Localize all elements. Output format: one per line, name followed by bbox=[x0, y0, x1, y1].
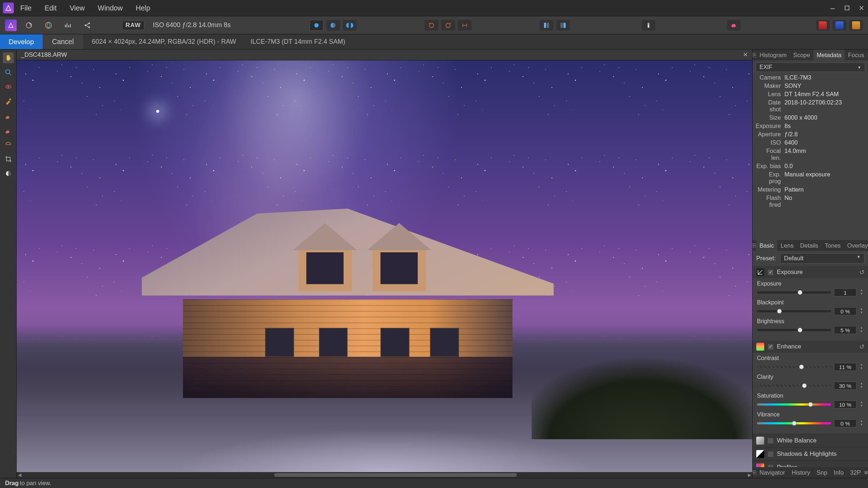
reset-icon[interactable]: ↺ bbox=[859, 269, 864, 276]
levels-icon[interactable] bbox=[61, 21, 75, 29]
tab-navigator[interactable]: Navigator bbox=[756, 467, 788, 478]
reset-icon[interactable]: ↺ bbox=[859, 343, 864, 351]
minimize-icon[interactable] bbox=[829, 4, 836, 12]
split-view-icon[interactable] bbox=[326, 20, 340, 31]
pin-icon[interactable]: ⎘ bbox=[753, 240, 756, 251]
zoom-tool-icon[interactable] bbox=[3, 67, 14, 78]
info-icon[interactable] bbox=[642, 20, 655, 31]
clip-shadows-icon[interactable] bbox=[540, 20, 553, 31]
exposure-spinner[interactable]: ▲▼ bbox=[859, 289, 864, 296]
pin-icon[interactable]: ⎘ bbox=[753, 467, 756, 478]
section-exposure-header[interactable]: ✓ Exposure ↺ bbox=[753, 266, 868, 278]
brightness-value[interactable]: 5 % bbox=[834, 326, 856, 334]
overlay-paint-tool-icon[interactable] bbox=[3, 110, 14, 121]
tab-overlays[interactable]: Overlays bbox=[844, 240, 868, 251]
persona-develop-icon[interactable] bbox=[849, 20, 863, 31]
metadata-key: Metering bbox=[756, 186, 781, 193]
section-enhance-header[interactable]: ✓ Enhance ↺ bbox=[753, 341, 868, 353]
panel-menu-icon[interactable]: ≡ bbox=[864, 467, 868, 478]
tab-history[interactable]: History bbox=[788, 467, 813, 478]
sync-icon[interactable] bbox=[22, 21, 36, 29]
tab-32p[interactable]: 32P bbox=[847, 467, 864, 478]
canvas-viewport[interactable] bbox=[17, 60, 752, 472]
close-icon[interactable] bbox=[858, 4, 865, 12]
brightness-spinner[interactable]: ▲▼ bbox=[859, 326, 864, 334]
section-whitebalance-header[interactable]: White Balance bbox=[753, 434, 868, 447]
cancel-button[interactable]: Cancel bbox=[43, 34, 83, 49]
crop-tool-icon[interactable] bbox=[3, 154, 14, 164]
overlay-erase-tool-icon[interactable] bbox=[3, 125, 14, 136]
saturation-slider[interactable] bbox=[757, 403, 831, 406]
vibrance-spinner[interactable]: ▲▼ bbox=[859, 420, 864, 427]
menu-view[interactable]: View bbox=[70, 4, 85, 12]
blackpoint-spinner[interactable]: ▲▼ bbox=[859, 308, 864, 315]
brightness-slider[interactable] bbox=[757, 329, 831, 331]
preset-dropdown[interactable]: Default ▼ bbox=[780, 253, 864, 264]
tab-histogram[interactable]: Histogram bbox=[756, 50, 790, 60]
document-tab[interactable]: _DSC4188.ARW ✕ bbox=[17, 50, 752, 60]
whitebalance-tool-icon[interactable] bbox=[3, 168, 14, 179]
saturation-value[interactable]: 10 % bbox=[834, 401, 856, 408]
tab-lens[interactable]: Lens bbox=[777, 240, 797, 251]
flip-icon[interactable] bbox=[458, 20, 472, 31]
blackpoint-slider[interactable] bbox=[757, 310, 831, 312]
blemish-tool-icon[interactable] bbox=[3, 96, 14, 107]
mirror-view-icon[interactable] bbox=[343, 20, 357, 31]
tab-scope[interactable]: Scope bbox=[790, 50, 813, 60]
contrast-spinner[interactable]: ▲▼ bbox=[859, 363, 864, 371]
single-view-icon[interactable] bbox=[310, 20, 323, 31]
hand-tool-icon[interactable] bbox=[3, 52, 14, 63]
redeye-tool-icon[interactable] bbox=[3, 81, 14, 92]
maximize-icon[interactable] bbox=[843, 4, 851, 12]
metadata-key: Lens bbox=[756, 91, 781, 98]
aperture-icon[interactable] bbox=[41, 21, 56, 29]
section-shadows-header[interactable]: Shadows & Highlights bbox=[753, 447, 868, 461]
section-enhance-title: Enhance bbox=[777, 343, 801, 350]
tab-metadata[interactable]: Metadata bbox=[813, 50, 845, 60]
menu-edit[interactable]: Edit bbox=[44, 4, 56, 12]
menu-window[interactable]: Window bbox=[98, 4, 123, 12]
tab-snp[interactable]: Snp bbox=[813, 467, 830, 478]
persona-liquify-icon[interactable] bbox=[833, 20, 846, 31]
metadata-type-dropdown[interactable]: EXIF ▼ bbox=[756, 63, 865, 72]
contrast-value[interactable]: 11 % bbox=[834, 363, 856, 371]
clarity-label: Clarity bbox=[757, 374, 864, 380]
menu-file[interactable]: File bbox=[20, 4, 31, 12]
shadows-checkbox[interactable] bbox=[768, 451, 773, 457]
tab-focus[interactable]: Focus bbox=[845, 50, 868, 60]
tab-info[interactable]: Info bbox=[830, 467, 847, 478]
rotate-ccw-icon[interactable] bbox=[425, 20, 438, 31]
scrollbar-thumb[interactable] bbox=[274, 473, 517, 477]
develop-button[interactable]: Develop bbox=[0, 34, 43, 49]
tab-tones[interactable]: Tones bbox=[822, 240, 844, 251]
horizontal-scrollbar[interactable]: ◀ ▶ bbox=[17, 472, 752, 478]
pin-icon[interactable]: ⎘ bbox=[753, 50, 756, 60]
scroll-left-icon[interactable]: ◀ bbox=[17, 472, 22, 478]
vibrance-slider[interactable] bbox=[757, 422, 831, 424]
blackpoint-value[interactable]: 0 % bbox=[834, 307, 856, 315]
vibrance-value[interactable]: 0 % bbox=[834, 419, 856, 427]
contrast-slider[interactable] bbox=[757, 366, 831, 368]
exposure-checkbox[interactable]: ✓ bbox=[768, 270, 773, 275]
clip-highlights-icon[interactable] bbox=[556, 20, 570, 31]
persona-photo-icon[interactable] bbox=[816, 20, 830, 31]
enhance-checkbox[interactable]: ✓ bbox=[768, 344, 773, 350]
exposure-slider[interactable] bbox=[757, 291, 831, 294]
overlay-gradient-tool-icon[interactable] bbox=[3, 139, 14, 150]
clarity-value[interactable]: 30 % bbox=[834, 382, 856, 390]
clarity-slider[interactable] bbox=[757, 385, 831, 387]
share-icon[interactable] bbox=[80, 21, 95, 29]
rotate-cw-icon[interactable] bbox=[441, 20, 455, 31]
exposure-value[interactable]: 1 bbox=[834, 288, 856, 296]
assistant-icon[interactable] bbox=[727, 20, 741, 31]
close-tab-icon[interactable]: ✕ bbox=[743, 51, 748, 59]
whitebalance-checkbox[interactable] bbox=[768, 438, 773, 444]
section-exposure-title: Exposure bbox=[777, 269, 803, 276]
tab-basic[interactable]: Basic bbox=[756, 240, 777, 251]
tab-details[interactable]: Details bbox=[797, 240, 821, 251]
app-logo-icon[interactable] bbox=[5, 20, 17, 31]
saturation-spinner[interactable]: ▲▼ bbox=[859, 401, 864, 408]
menu-help[interactable]: Help bbox=[136, 4, 150, 12]
clarity-spinner[interactable]: ▲▼ bbox=[859, 382, 864, 389]
scroll-right-icon[interactable]: ▶ bbox=[746, 472, 752, 478]
